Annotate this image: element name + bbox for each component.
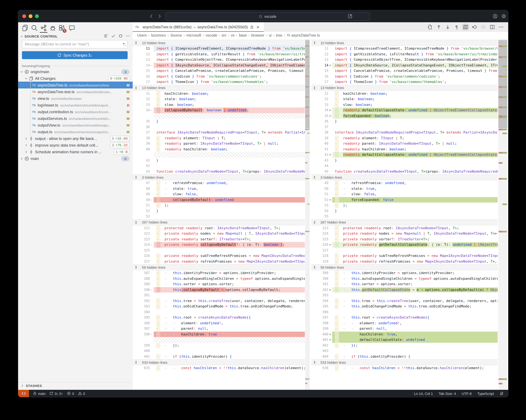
commit-row[interactable]: improve async data tree default coll...2… <box>18 142 133 148</box>
more-actions-icon[interactable] <box>126 34 130 38</box>
code-line[interactable]: 323→protected readonly root: IAsyncDataT… <box>311 225 498 231</box>
hidden-lines-bar[interactable]: 13 hidden lines <box>133 85 305 91</box>
code-line[interactable]: 394 <box>133 309 305 315</box>
code-line[interactable]: 13import { CompressibleObjectTree, IComp… <box>133 57 305 62</box>
code-line[interactable]: 397→→→parent: null, <box>133 326 305 332</box>
code-line[interactable]: 397→→this.root = createAsyncDataTreeNode… <box>311 315 498 320</box>
code-line[interactable]: 400 <box>133 348 305 354</box>
unfold-icon[interactable] <box>134 221 138 224</box>
open-changes-icon[interactable] <box>427 24 433 29</box>
code-line[interactable]: 52} <box>133 208 305 214</box>
code-line[interactable]: 37interface IAsyncDataTreeNodeRequiredPr… <box>133 130 305 135</box>
code-line[interactable]: 47→→refreshPromise: undefined, <box>133 180 305 186</box>
whitespace-icon[interactable]: ¶ <box>454 24 459 29</box>
code-line[interactable]: 17import { ThemeIcon } from 'vs/base/com… <box>311 79 498 85</box>
code-line[interactable]: 404→→if (this.identityProvider) { <box>311 354 498 359</box>
code-line[interactable]: 401→→if (this.identityProvider) { <box>133 354 305 359</box>
code-line[interactable]: 40→readonly parent: IAsyncDataTreeNode<T… <box>311 141 498 147</box>
code-line[interactable]: 393 <box>311 293 498 298</box>
revert-icon[interactable] <box>472 24 477 29</box>
sync-status[interactable]: 3↓ 0↑ <box>50 391 63 396</box>
breadcrumb-item[interactable]: browser <box>251 33 264 37</box>
breadcrumb-item[interactable]: tree <box>276 33 283 37</box>
code-line[interactable]: 42 <box>133 163 305 169</box>
code-line[interactable]: 35} <box>133 119 305 124</box>
tab-size-status[interactable]: Tab Size: 4 <box>439 391 456 395</box>
code-line[interactable]: 390→→this.autoExpandSingleChildren = typ… <box>311 276 498 281</box>
code-line[interactable]: 38interface IAsyncDataTreeNodeRequiredPr… <box>311 130 498 135</box>
chevron-right-icon[interactable] <box>24 137 28 140</box>
unfold-icon[interactable] <box>134 176 138 179</box>
code-line[interactable]: 32→stale: boolean; <box>311 96 498 102</box>
code-line[interactable]: 391→→this.sorter = options.sorter; <box>311 281 498 287</box>
file-row-outputView.ts[interactable]: TSoutputView.tssrc/vs/workbench/contrib/… <box>18 122 133 128</box>
code-line[interactable]: 31→hasChildren: boolean; <box>311 91 498 96</box>
code-line[interactable]: 395→→this.root = createAsyncDataTreeNode… <box>133 315 305 320</box>
hidden-lines-bar[interactable]: 59 hidden lines <box>311 264 498 270</box>
code-line[interactable]: 15import { CancelablePromise, createCanc… <box>133 68 305 74</box>
code-line[interactable]: 52+→→forceExpanded: false <box>311 197 498 203</box>
chevron-right-icon[interactable] <box>24 150 28 153</box>
hidden-lines-bar[interactable]: 3 hidden lines <box>311 174 498 180</box>
branch-status[interactable]: main <box>33 391 46 396</box>
code-line[interactable]: 40→readonly hasChildren: boolean; <box>133 147 305 152</box>
remote-indicator[interactable] <box>18 390 29 397</box>
refresh-icon[interactable] <box>118 34 123 38</box>
language-status[interactable]: TypeScript <box>477 391 494 395</box>
hidden-lines-bar[interactable]: 59 hidden lines <box>133 264 305 270</box>
all-changes-row[interactable]: All Changes8+103-95 <box>18 75 133 82</box>
settings-gear-icon[interactable] <box>501 14 506 19</box>
breadcrumb-item[interactable]: Source <box>170 33 182 37</box>
file-row-output.contribution.ts[interactable]: TSoutput.contribution.tssrc/vs/workbench… <box>18 108 133 115</box>
scrollbar-thumb[interactable] <box>305 40 310 128</box>
code-line[interactable]: 11import { ICompressedTreeElement, IComp… <box>133 46 305 51</box>
forward-icon[interactable] <box>157 14 162 19</box>
code-line[interactable]: 322→private readonly nodes = new Map<nul… <box>133 231 305 236</box>
code-line[interactable]: 387→→this.identityProvider = options.ide… <box>133 270 305 276</box>
code-line[interactable]: 400+→→→hasChildren: true, <box>311 332 498 337</box>
unfold-icon[interactable] <box>313 176 316 179</box>
code-line[interactable]: 399→→}); <box>133 342 305 348</box>
diff-original-pane[interactable]: 10 hidden lines11import { ICompressedTre… <box>133 39 305 390</box>
code-line[interactable]: 55 <box>311 214 498 219</box>
unfold-icon[interactable] <box>134 86 138 89</box>
code-line[interactable]: 48→→stale: true, <box>133 186 305 191</box>
more-actions-icon[interactable] <box>499 24 504 29</box>
code-line[interactable]: 53 <box>133 214 305 219</box>
back-icon[interactable] <box>149 14 154 19</box>
code-line[interactable]: 396 <box>311 309 498 315</box>
explorer-icon[interactable] <box>22 24 29 31</box>
sync-changes-button[interactable]: Sync Changes 3↓ <box>22 51 128 59</box>
notifications-muted-icon[interactable] <box>500 391 504 396</box>
code-line[interactable]: 11import { ICompressedTreeElement, IComp… <box>311 46 498 51</box>
source-control-icon[interactable] <box>40 24 47 31</box>
code-line[interactable]: 398→→→element: undefined!, <box>311 320 498 326</box>
code-line[interactable]: 325→private readonly sorter?: ITreeSorte… <box>311 236 498 242</box>
diff-filler-line[interactable] <box>133 337 305 342</box>
code-line[interactable]: 396→→→element: undefined!, <box>133 320 305 326</box>
code-line[interactable]: 17import { ThemeIcon } from 'vs/base/com… <box>133 79 305 85</box>
unfold-icon[interactable] <box>134 265 138 269</box>
code-line[interactable]: 326+→private readonly getDefaultCollapse… <box>311 242 498 247</box>
code-line[interactable]: 37 <box>311 124 498 130</box>
encoding-status[interactable]: UTF-8 <box>462 391 472 395</box>
debug-icon[interactable] <box>49 24 56 31</box>
code-line[interactable]: 34-→collapsedByDefault: boolean | undefi… <box>133 107 305 113</box>
minimize-traffic-light[interactable] <box>29 14 32 18</box>
breadcrumb-item[interactable]: src <box>222 33 227 37</box>
breadcrumb-item[interactable]: microsoft <box>186 33 201 37</box>
code-line[interactable]: 33→slow: boolean; <box>311 102 498 107</box>
left-overview-ruler[interactable] <box>305 39 310 390</box>
commit-check-icon[interactable] <box>111 34 115 38</box>
code-line[interactable]: 392+→→this.getDefaultCollapseState = e ⇒… <box>311 287 498 293</box>
tab-diff-asyncdatatree[interactable]: TS asyncDataTree.ts (86f1cc0e) ⇔ asyncDa… <box>133 22 264 32</box>
code-line[interactable]: 54} <box>311 208 498 214</box>
code-line[interactable]: 36 <box>133 124 305 130</box>
code-line[interactable]: 45function createAsyncDataTreeNode<TInpu… <box>311 169 498 174</box>
code-line[interactable]: 389→→this.identityProvider = options.ide… <box>311 270 498 276</box>
hidden-lines-bar[interactable]: 13 hidden lines <box>311 85 498 91</box>
code-line[interactable]: 14+import { IAsyncDataSource, ICollapseS… <box>311 62 498 68</box>
code-line[interactable]: 323→private readonly sorter?: ITreeSorte… <box>133 236 305 242</box>
breadcrumb-item[interactable]: ui <box>269 33 272 37</box>
hidden-lines-bar[interactable]: 533 hidden lines <box>311 359 498 365</box>
